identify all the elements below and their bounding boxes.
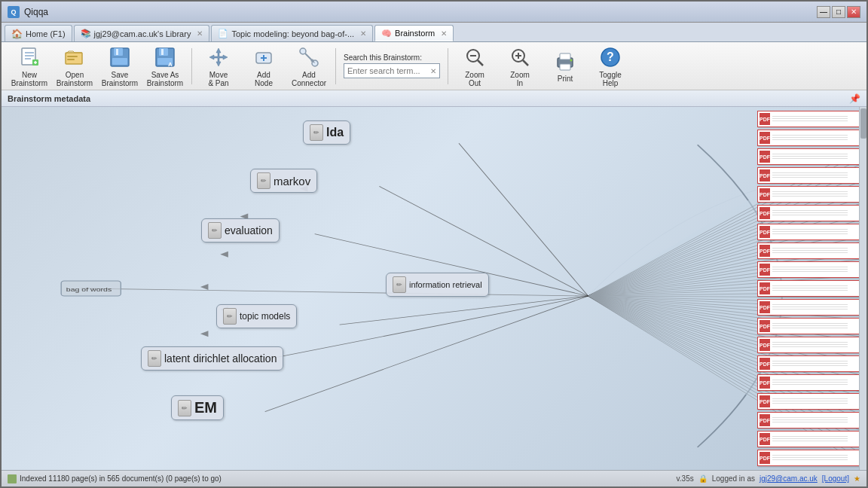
search-input-row[interactable]: ✕ xyxy=(344,63,440,78)
svg-line-43 xyxy=(340,296,588,325)
svg-rect-34 xyxy=(560,53,570,59)
node-lda[interactable]: lda xyxy=(303,120,350,145)
toggle-help-button[interactable]: ? ToggleHelp xyxy=(588,46,632,87)
tab-topic-close[interactable]: ✕ xyxy=(360,29,366,38)
document-list: PDF PDF PDF PDF xyxy=(720,111,863,466)
status-logout[interactable]: [Logout] xyxy=(822,474,849,483)
open-brainstorm-button[interactable]: OpenBrainstorm xyxy=(53,46,96,87)
zoom-out-button[interactable]: ZoomOut xyxy=(453,46,497,87)
node-topic-models-icon xyxy=(223,308,237,325)
open-brainstorm-label: OpenBrainstorm xyxy=(57,71,93,87)
save-brainstorm-button[interactable]: SaveBrainstorm xyxy=(98,46,142,87)
add-connector-button[interactable]: AddConnector xyxy=(287,46,331,87)
tab-library-label: jgj29@cam.ac.uk's Library xyxy=(94,29,191,38)
zoom-in-button[interactable]: ZoomIn xyxy=(498,46,542,87)
save-as-brainstorm-icon: A xyxy=(153,45,177,69)
move-pan-button[interactable]: Move& Pan xyxy=(197,46,240,87)
node-markov[interactable]: markov xyxy=(250,169,317,193)
toggle-help-label: ToggleHelp xyxy=(599,71,621,87)
svg-text:bag of words: bag of words xyxy=(66,286,112,293)
print-button[interactable]: Print xyxy=(543,46,587,87)
node-evaluation-icon xyxy=(208,222,222,239)
svg-rect-35 xyxy=(560,64,570,70)
node-lda-icon xyxy=(310,124,323,141)
node-em[interactable]: EM xyxy=(171,395,224,420)
doc-item[interactable]: PDF xyxy=(757,412,863,429)
new-brainstorm-label: NewBrainstorm xyxy=(11,71,47,87)
metadata-pin-icon[interactable]: 📌 xyxy=(849,93,860,104)
node-markov-label: markov xyxy=(274,175,310,188)
doc-item[interactable]: PDF xyxy=(757,337,863,353)
status-right: v.35s 🔒 Logged in as jgj29@cam.ac.uk [Lo… xyxy=(677,474,860,483)
doc-item[interactable]: PDF xyxy=(757,148,863,165)
doc-item[interactable]: PDF xyxy=(757,355,863,372)
tab-topic-label: Topic modeling: beyond bag-of-... xyxy=(231,29,354,38)
doc-item[interactable]: PDF xyxy=(757,186,863,203)
print-icon xyxy=(553,49,577,73)
svg-line-32 xyxy=(523,60,528,66)
node-latent-label: latent dirichlet allocation xyxy=(164,352,277,364)
doc-item[interactable]: PDF xyxy=(757,130,863,146)
node-topic-models[interactable]: topic models xyxy=(216,304,297,328)
doc-item[interactable]: PDF xyxy=(757,167,863,184)
search-clear-button[interactable]: ✕ xyxy=(427,65,439,77)
doc-item[interactable]: PDF xyxy=(757,318,863,334)
doc-item[interactable]: PDF xyxy=(757,242,863,259)
doc-item[interactable]: PDF xyxy=(757,431,863,447)
search-input[interactable] xyxy=(344,66,427,75)
doc-item[interactable]: PDF xyxy=(757,280,863,297)
status-user-label: Logged in as xyxy=(712,474,755,483)
node-evaluation[interactable]: evaluation xyxy=(201,218,280,242)
toggle-help-icon: ? xyxy=(598,45,622,69)
doc-item[interactable]: PDF xyxy=(757,450,863,466)
tab-brainstorm[interactable]: 🧠 Brainstorm ✕ xyxy=(374,25,454,41)
search-area: Search this Brainstorm: ✕ xyxy=(344,53,440,78)
svg-marker-107 xyxy=(220,252,228,258)
node-topic-models-label: topic models xyxy=(240,311,290,322)
doc-item[interactable]: PDF xyxy=(757,374,863,391)
minimize-button[interactable]: — xyxy=(817,6,830,18)
add-node-icon xyxy=(252,45,276,69)
scrollbar[interactable] xyxy=(859,107,866,470)
doc-item[interactable]: PDF xyxy=(757,299,863,316)
svg-text:A: A xyxy=(168,61,173,68)
save-as-brainstorm-button[interactable]: A Save AsBrainstorm xyxy=(143,46,187,87)
svg-rect-110 xyxy=(61,281,121,296)
canvas-area[interactable]: bag of words PDF PDF PDF xyxy=(2,107,866,470)
scrollbar-thumb[interactable] xyxy=(860,108,866,139)
add-node-button[interactable]: AddNode xyxy=(242,46,286,87)
status-version: v.35s xyxy=(677,474,694,483)
close-button[interactable]: ✕ xyxy=(847,6,860,18)
new-brainstorm-button[interactable]: NewBrainstorm xyxy=(8,46,51,87)
tab-home[interactable]: 🏠 Home (F1) xyxy=(5,25,72,41)
toolbar-separator-2 xyxy=(335,48,336,84)
tab-brainstorm-close[interactable]: ✕ xyxy=(441,29,447,38)
doc-item[interactable]: PDF xyxy=(757,224,863,240)
restore-button[interactable]: □ xyxy=(832,6,845,18)
node-latent-icon xyxy=(148,350,161,367)
tab-topic[interactable]: 📄 Topic modeling: beyond bag-of-... ✕ xyxy=(211,25,373,41)
node-latent-dirichlet[interactable]: latent dirichlet allocation xyxy=(141,346,283,371)
doc-item[interactable]: PDF xyxy=(757,111,863,127)
node-info-retrieval-label: information retrieval xyxy=(409,280,482,289)
status-star-icon[interactable]: ★ xyxy=(854,474,860,483)
tab-brainstorm-label: Brainstorm xyxy=(395,29,435,38)
tab-library-close[interactable]: ✕ xyxy=(197,29,203,38)
svg-line-44 xyxy=(250,296,588,362)
metadata-bar: Brainstorm metadata 📌 xyxy=(2,90,866,107)
node-markov-icon xyxy=(257,172,270,189)
save-brainstorm-icon xyxy=(108,45,132,69)
tab-library[interactable]: 📚 jgj29@cam.ac.uk's Library ✕ xyxy=(74,25,210,41)
node-em-icon xyxy=(178,400,191,416)
zoom-in-label: ZoomIn xyxy=(510,71,530,87)
doc-item[interactable]: PDF xyxy=(757,393,863,410)
doc-item[interactable]: PDF xyxy=(757,205,863,221)
main-area: Brainstorm metadata 📌 xyxy=(2,90,866,470)
document-panel: PDF PDF PDF PDF xyxy=(716,107,866,470)
node-em-label: EM xyxy=(194,399,217,416)
doc-item[interactable]: PDF xyxy=(757,261,863,278)
node-information-retrieval[interactable]: information retrieval xyxy=(386,273,489,297)
zoom-in-icon xyxy=(508,45,532,69)
svg-rect-12 xyxy=(116,49,118,55)
toolbar-separator-1 xyxy=(191,48,192,84)
